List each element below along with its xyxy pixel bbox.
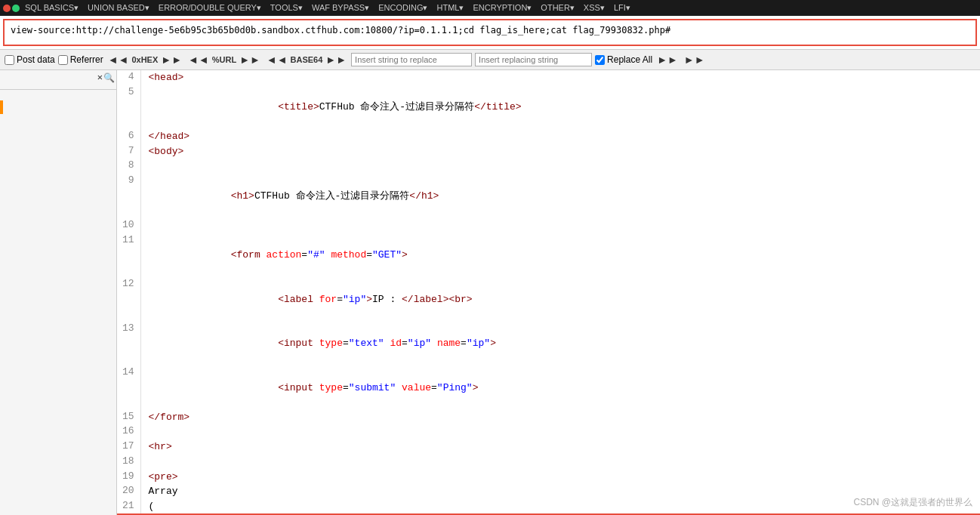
line-number: 8: [118, 159, 140, 174]
line-number: 18: [118, 455, 140, 470]
post-data-checkbox-group: Post data: [5, 54, 55, 65]
menu-encoding[interactable]: ENCODING▾: [374, 2, 431, 14]
content-wrapper: ✕ 🔍 4 <head> 5 <tit: [0, 70, 980, 515]
table-row: 20 Array: [118, 484, 979, 499]
post-data-label: Post data: [17, 54, 55, 65]
sidebar: ✕ 🔍: [0, 70, 117, 515]
menu-tools[interactable]: TOOLS▾: [267, 2, 307, 14]
table-row: 12 <label for="ip">IP : </label><br>: [118, 277, 979, 322]
table-row: 7 <body>: [118, 144, 979, 159]
table-row: 13 <input type="text" id="ip" name="ip">: [118, 322, 979, 366]
menu-waf-bypass[interactable]: WAF BYPASS▾: [308, 2, 373, 14]
referrer-checkbox-group: Referrer: [58, 54, 103, 65]
line-number: 19: [118, 470, 140, 485]
table-row: 6 </head>: [118, 129, 979, 144]
green-dot: [12, 5, 20, 12]
toolbar: Post data Referrer ◄◄ 0xHEX ►► ◄◄ %URL ►…: [0, 49, 980, 70]
menu-error-double[interactable]: ERROR/DOUBLE QUERY▾: [155, 2, 265, 14]
line-code: <h1>CTFHub 命令注入-过滤目录分隔符</h1>: [140, 174, 979, 218]
table-row: 15 </form>: [118, 410, 979, 425]
table-row: 16: [118, 424, 979, 439]
watermark: CSDN @这就是强者的世界么: [853, 496, 972, 509]
menu-sql-basics[interactable]: SQL BASICS▾: [21, 2, 82, 14]
table-row: 5 <title>CTFHub 命令注入-过滤目录分隔符</title>: [118, 85, 979, 130]
line-number: 4: [118, 70, 140, 85]
sidebar-active-indicator: [0, 100, 3, 114]
sidebar-search-icon[interactable]: 🔍: [103, 72, 115, 84]
line-number: 14: [118, 365, 140, 410]
line-number: 11: [118, 233, 140, 278]
line-number: 9: [118, 174, 140, 218]
table-row: 18: [118, 455, 979, 470]
red-dot: [3, 5, 11, 12]
line-code: <title>CTFHub 命令注入-过滤目录分隔符</title>: [140, 85, 979, 130]
line-code: [140, 455, 979, 470]
line-number: 21: [118, 499, 140, 515]
base64-label: BASE64: [291, 55, 323, 64]
line-number: 16: [118, 424, 140, 439]
code-table: 4 <head> 5 <title>CTFHub 命令注入-过滤目录分隔符</t…: [117, 70, 980, 515]
line-code: </form>: [140, 410, 979, 425]
hex-encode-right[interactable]: ►►: [159, 54, 183, 66]
url-encode-right[interactable]: ►►: [238, 54, 262, 66]
line-code: <body>: [140, 144, 979, 159]
table-row: 4 <head>: [118, 70, 979, 85]
menu-union-based[interactable]: UNION BASED▾: [84, 2, 153, 14]
menu-html[interactable]: HTML▾: [433, 2, 467, 14]
code-area: 4 <head> 5 <title>CTFHub 命令注入-过滤目录分隔符</t…: [117, 70, 980, 515]
url-encode-section: ◄◄ %URL ►►: [186, 54, 262, 66]
line-number: 7: [118, 144, 140, 159]
table-row: 9 <h1>CTFHub 命令注入-过滤目录分隔符</h1>: [118, 174, 979, 218]
menu-encryption[interactable]: ENCRYPTION▾: [469, 2, 535, 14]
table-row: 17 <hr>: [118, 439, 979, 455]
line-number: 10: [118, 218, 140, 233]
line-number: 15: [118, 410, 140, 425]
line-code: <label for="ip">IP : </label><br>: [140, 277, 979, 322]
hex-encode-section: ◄◄ 0xHEX ►►: [106, 54, 183, 66]
base64-encode-left[interactable]: ◄◄: [265, 54, 289, 66]
line-number: 5: [118, 85, 140, 130]
url-encode-left[interactable]: ◄◄: [186, 54, 211, 66]
line-number: 13: [118, 322, 140, 366]
menu-bar: SQL BASICS▾ UNION BASED▾ ERROR/DOUBLE QU…: [0, 0, 980, 16]
table-row: 10: [118, 218, 979, 233]
line-code: <input type="text" id="ip" name="ip">: [140, 322, 979, 366]
replace-all-group: Replace All: [595, 54, 652, 65]
menu-xss[interactable]: XSS▾: [580, 2, 609, 14]
replace-all-label: Replace All: [607, 54, 652, 65]
replace-back-btn[interactable]: ►►: [683, 54, 707, 66]
line-code: <pre>: [140, 470, 979, 485]
hex-encode-left[interactable]: ◄◄: [106, 54, 131, 66]
replace-all-checkbox[interactable]: [595, 55, 605, 65]
hex-label: 0xHEX: [131, 55, 158, 64]
url-bar[interactable]: view-source:http://challenge-5e6b95c3b65…: [3, 19, 977, 46]
table-row: 8: [118, 159, 979, 174]
replacing-string-input[interactable]: [475, 53, 592, 66]
line-number: 12: [118, 277, 140, 322]
post-data-checkbox[interactable]: [5, 55, 14, 65]
replace-string-input[interactable]: [351, 53, 472, 66]
line-number: 20: [118, 484, 140, 499]
line-number: 6: [118, 129, 140, 144]
menu-other[interactable]: OTHER▾: [537, 2, 578, 14]
sidebar-close-btn[interactable]: ✕: [97, 72, 103, 83]
menu-lfi[interactable]: LFI▾: [610, 2, 634, 14]
watermark-text: CSDN @这就是强者的世界么: [853, 497, 972, 507]
line-number: 17: [118, 439, 140, 455]
line-code: [140, 159, 979, 174]
line-code: <form action="#" method="GET">: [140, 233, 979, 278]
url-label: %URL: [212, 55, 236, 64]
referrer-checkbox[interactable]: [58, 55, 68, 65]
line-code: <hr>: [140, 439, 979, 455]
url-text: view-source:http://challenge-5e6b95c3b65…: [11, 25, 670, 35]
table-row: 11 <form action="#" method="GET">: [118, 233, 979, 278]
referrer-label: Referrer: [70, 54, 103, 65]
line-code: [140, 218, 979, 233]
table-row: 21 (: [118, 499, 979, 515]
line-code: </head>: [140, 129, 979, 144]
line-code: <head>: [140, 70, 979, 85]
line-code: <input type="submit" value="Ping">: [140, 365, 979, 410]
replace-forward-btn[interactable]: ►►: [655, 54, 680, 66]
base64-encode-section: ◄◄ BASE64 ►►: [265, 54, 348, 66]
base64-encode-right[interactable]: ►►: [324, 54, 348, 66]
